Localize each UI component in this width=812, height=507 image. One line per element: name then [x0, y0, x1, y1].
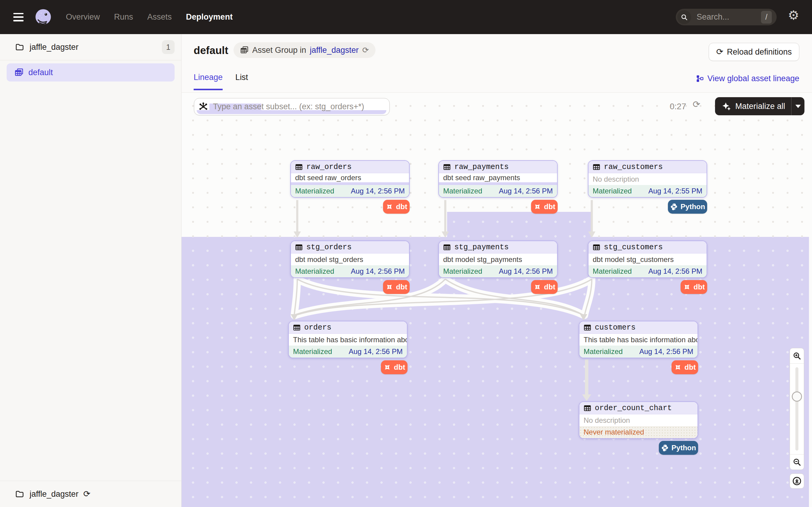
asset-status-bar: Materialized Aug 14, 2:56 PM — [589, 265, 707, 277]
asset-node-order_count_chart[interactable]: order_count_chart No description Never m… — [579, 401, 698, 439]
status-label: Materialized — [583, 347, 623, 356]
dbt-icon — [383, 363, 391, 371]
asset-name: orders — [304, 323, 332, 332]
asset-node-raw_customers[interactable]: raw_customers No description Materialize… — [588, 160, 707, 198]
asset-description: dbt seed raw_orders — [291, 173, 409, 182]
asset-node-header: stg_customers — [589, 241, 707, 253]
asset-status-bar: Materialized Aug 14, 2:56 PM — [291, 185, 409, 197]
asset-name: raw_customers — [604, 163, 663, 171]
asset-description: dbt model stg_orders — [291, 253, 409, 265]
refresh-icon[interactable]: ⟳ — [83, 490, 90, 498]
badge-label: dbt — [394, 363, 405, 372]
tab-lineage[interactable]: Lineage — [194, 73, 223, 90]
search-placeholder: Search... — [697, 12, 761, 22]
status-label: Never materialized — [583, 428, 644, 436]
badge-label: Python — [671, 444, 696, 452]
table-icon — [443, 163, 451, 171]
zoom-slider[interactable] — [790, 363, 804, 454]
badge-label: dbt — [684, 363, 696, 372]
asset-node-orders[interactable]: orders This table has basic information … — [288, 321, 408, 358]
asset-description: No description — [589, 173, 707, 185]
asset-node-raw_payments[interactable]: raw_payments dbt seed raw_payments Mater… — [438, 160, 558, 198]
page-header: default Asset Group in jaffle_dagster ⟳ … — [182, 34, 812, 93]
asset-filter-input[interactable]: Type an asset subset... (ex: stg_orders+… — [194, 98, 390, 115]
dbt-badge: dbt — [383, 280, 410, 294]
asset-lineage-canvas[interactable]: Type an asset subset... (ex: stg_orders+… — [182, 93, 812, 507]
asset-description: This table has basic information about .… — [579, 334, 698, 345]
asset-status-bar: Materialized Aug 14, 2:56 PM — [439, 265, 557, 277]
dbt-badge: dbt — [531, 200, 558, 214]
badge-label: dbt — [694, 283, 705, 291]
asset-group-repo-link[interactable]: jaffle_dagster — [310, 46, 359, 55]
materialize-all-button[interactable]: Materialize all — [715, 97, 804, 115]
asset-group-pill-text: Asset Group in — [252, 46, 306, 55]
sidebar-footer: jaffle_dagster ⟳ — [0, 481, 181, 507]
asset-node-header: stg_orders — [291, 241, 409, 253]
status-time: Aug 14, 2:55 PM — [648, 187, 702, 195]
asset-node-raw_orders[interactable]: raw_orders dbt seed raw_orders Materiali… — [290, 160, 410, 198]
zoom-out-button[interactable] — [790, 454, 804, 469]
menu-icon[interactable] — [13, 13, 23, 21]
asset-node-header: order_count_chart — [579, 402, 698, 414]
materialize-options-button[interactable] — [792, 105, 804, 108]
table-icon — [443, 243, 451, 251]
refresh-icon[interactable]: ⟳ — [693, 100, 700, 109]
asset-status-bar: Materialized Aug 14, 2:56 PM — [291, 265, 409, 277]
selection-strip — [291, 182, 409, 185]
dbt-icon — [534, 203, 541, 211]
asset-node-stg_orders[interactable]: stg_orders dbt model stg_orders Material… — [290, 240, 410, 278]
status-label: Materialized — [443, 187, 482, 195]
asset-status-bar: Materialized Aug 14, 2:56 PM — [579, 345, 698, 357]
reload-definitions-button[interactable]: ⟳ Reload definitions — [709, 43, 799, 61]
zoom-out-icon — [792, 457, 801, 466]
nav-item-assets[interactable]: Assets — [147, 12, 172, 22]
refresh-icon: ⟳ — [716, 48, 723, 56]
status-label: Materialized — [293, 347, 332, 356]
asset-node-stg_payments[interactable]: stg_payments dbt model stg_payments Mate… — [438, 240, 558, 278]
dagster-octopus-logo[interactable] — [34, 8, 53, 26]
tab-bar: Lineage List — [194, 73, 248, 90]
dbt-badge: dbt — [383, 200, 410, 214]
zoom-in-icon — [792, 351, 801, 360]
table-icon — [592, 163, 601, 171]
asset-status-bar: Materialized Aug 14, 2:56 PM — [439, 185, 557, 197]
search-input[interactable]: Search... / — [676, 9, 777, 25]
folder-icon — [15, 43, 24, 52]
filter-placeholder: Type an asset subset... (ex: stg_orders+… — [213, 102, 364, 111]
asset-status-bar: Materialized Aug 14, 2:56 PM — [289, 345, 407, 357]
asset-node-header: orders — [289, 321, 407, 334]
asset-node-stg_customers[interactable]: stg_customers dbt model stg_customers Ma… — [588, 240, 707, 278]
view-global-asset-lineage-link[interactable]: View global asset lineage — [696, 74, 799, 83]
asset-name: stg_customers — [604, 243, 663, 252]
asset-name: raw_payments — [454, 163, 509, 171]
tab-list[interactable]: List — [235, 73, 248, 90]
badge-label: dbt — [544, 283, 555, 291]
asset-node-customers[interactable]: customers This table has basic informati… — [579, 321, 698, 358]
asset-node-header: raw_customers — [589, 161, 707, 173]
download-image-button[interactable] — [790, 473, 804, 489]
status-time: Aug 14, 2:56 PM — [349, 347, 403, 356]
nav-item-runs[interactable]: Runs — [114, 12, 133, 22]
asset-name: stg_orders — [306, 243, 352, 252]
asset-description: This table has basic information about .… — [289, 334, 407, 345]
sidebar-item-label: default — [29, 68, 53, 77]
dbt-icon — [534, 283, 541, 291]
gear-icon[interactable]: ⚙ — [788, 9, 799, 22]
zoom-in-button[interactable] — [790, 348, 804, 363]
refresh-icon[interactable]: ⟳ — [362, 46, 369, 54]
nav-item-deployment[interactable]: Deployment — [186, 12, 233, 22]
asset-group-pill: Asset Group in jaffle_dagster ⟳ — [234, 42, 375, 58]
nav-item-overview[interactable]: Overview — [66, 12, 100, 22]
badge-label: dbt — [544, 203, 555, 211]
sidebar-footer-repo: jaffle_dagster — [30, 490, 79, 499]
repo-count-badge: 1 — [162, 40, 174, 54]
asset-description: No description — [579, 414, 698, 426]
asset-description: dbt model stg_payments — [439, 253, 557, 265]
zoom-slider-knob[interactable] — [792, 391, 802, 402]
table-icon — [583, 404, 592, 412]
view-global-asset-lineage-label: View global asset lineage — [707, 74, 799, 83]
sidebar-repo-row[interactable]: jaffle_dagster 1 — [0, 34, 181, 60]
reload-definitions-label: Reload definitions — [727, 47, 792, 57]
sidebar-item-default[interactable]: default — [7, 63, 174, 81]
table-icon — [295, 243, 303, 251]
